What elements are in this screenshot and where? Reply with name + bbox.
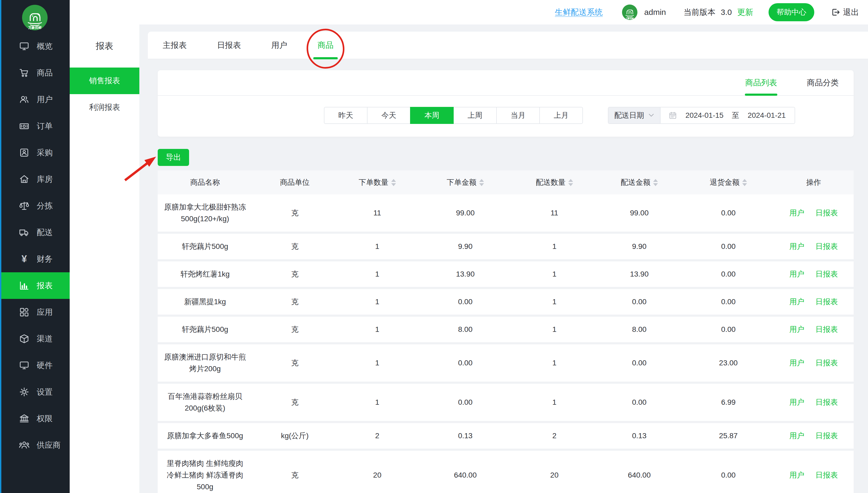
sidebar-item-overview[interactable]: 概览 [0, 33, 70, 60]
sidebar-item-suppliers[interactable]: 供应商 [0, 432, 70, 458]
cell-refund-amount: 0.00 [683, 207, 774, 219]
column-header-delivery-amount[interactable]: 配送金额 [595, 177, 683, 188]
end-date-input[interactable]: 2024-01-21 [747, 111, 787, 120]
row-action-daily-report[interactable]: 日报表 [815, 296, 838, 308]
row-action-user[interactable]: 用户 [789, 357, 804, 369]
sidebar-item-users[interactable]: 用户 [0, 86, 70, 113]
sidebar-item-warehouse[interactable]: 库房 [0, 166, 70, 193]
cell-order-qty: 1 [337, 241, 417, 252]
row-action-user[interactable]: 用户 [789, 241, 804, 252]
row-action-daily-report[interactable]: 日报表 [815, 268, 838, 280]
quick-range-this-month[interactable]: 当月 [496, 107, 540, 124]
cell-product-unit: 克 [252, 207, 337, 219]
column-label: 商品名称 [190, 177, 220, 188]
row-action-daily-report[interactable]: 日报表 [815, 241, 838, 252]
sidebar-item-sorting[interactable]: 分拣 [0, 193, 70, 219]
sidebar-item-label: 概览 [37, 41, 53, 52]
cell-actions: 用户日报表 [774, 268, 854, 280]
row-action-user[interactable]: 用户 [789, 430, 804, 442]
sidebar-item-hardware[interactable]: 硬件 [0, 352, 70, 379]
username-label[interactable]: admin [644, 8, 666, 17]
cell-order-amount: 99.00 [417, 207, 513, 219]
sidebar-item-delivery[interactable]: 配送 [0, 219, 70, 246]
column-header-product-unit: 商品单位 [252, 177, 337, 188]
tab-daily-report[interactable]: 日报表 [217, 31, 241, 59]
sort-icon[interactable] [653, 179, 658, 186]
submenu-item-sales-report[interactable]: 销售报表 [70, 67, 139, 94]
cell-refund-amount: 0.00 [683, 324, 774, 335]
sort-icon[interactable] [568, 179, 573, 186]
help-center-button[interactable]: 帮助中心 [768, 3, 814, 21]
sidebar-item-goods[interactable]: 商品 [0, 60, 70, 86]
row-action-user[interactable]: 用户 [789, 296, 804, 308]
filter-card: 商品列表商品分类 昨天今天本周上周当月上月 配送日期 2024-01-15 [158, 70, 854, 137]
system-name-link[interactable]: 生鲜配送系统 [555, 7, 603, 18]
logout-button[interactable]: 退出 [831, 7, 859, 18]
cell-delivery-amount: 8.00 [595, 324, 683, 335]
column-header-order-amount[interactable]: 下单金额 [417, 177, 513, 188]
quick-range-today[interactable]: 今天 [367, 107, 411, 124]
sidebar-item-permissions[interactable]: 权限 [0, 405, 70, 432]
date-range-picker: 配送日期 2024-01-15 至 2024-01-21 [608, 107, 795, 124]
row-action-daily-report[interactable]: 日报表 [815, 357, 838, 369]
table-row: 原膳加拿大北极甜虾熟冻500g(120+/kg)克1199.001199.000… [158, 194, 854, 232]
cell-delivery-amount: 0.00 [595, 296, 683, 308]
cell-product-unit: 克 [252, 324, 337, 335]
quick-range-yesterday[interactable]: 昨天 [324, 107, 368, 124]
row-action-daily-report[interactable]: 日报表 [815, 324, 838, 335]
submenu-item-profit-report[interactable]: 利润报表 [70, 94, 139, 121]
sort-icon[interactable] [391, 179, 396, 186]
update-link[interactable]: 更新 [737, 7, 753, 18]
column-header-delivery-qty[interactable]: 配送数量 [513, 177, 595, 188]
cell-delivery-qty: 1 [513, 296, 595, 308]
column-header-product-name: 商品名称 [158, 177, 252, 188]
version-label: 当前版本 [683, 7, 715, 18]
tab-goods-list[interactable]: 商品列表 [730, 70, 792, 95]
sidebar-item-settings[interactable]: 设置 [0, 379, 70, 405]
row-action-user[interactable]: 用户 [789, 207, 804, 219]
quick-range-last-week[interactable]: 上周 [453, 107, 497, 124]
column-label: 配送金额 [621, 177, 650, 188]
tab-goods[interactable]: 商品 [318, 31, 333, 59]
cell-delivery-qty: 1 [513, 324, 595, 335]
sidebar-item-orders[interactable]: 订单 [0, 113, 70, 140]
cell-order-qty: 1 [337, 268, 417, 280]
sidebar-item-channel[interactable]: 渠道 [0, 325, 70, 352]
row-action-user[interactable]: 用户 [789, 396, 804, 408]
table-row: 原膳加拿大多春鱼500gkg(公斤)20.1320.1325.87用户日报表 [158, 423, 854, 449]
date-type-select[interactable]: 配送日期 [608, 107, 660, 123]
tab-main-report[interactable]: 主报表 [163, 31, 187, 59]
row-action-daily-report[interactable]: 日报表 [815, 207, 838, 219]
row-action-user[interactable]: 用户 [789, 268, 804, 280]
row-action-daily-report[interactable]: 日报表 [815, 469, 838, 481]
quick-range-this-week[interactable]: 本周 [410, 107, 454, 124]
start-date-input[interactable]: 2024-01-15 [685, 111, 724, 120]
sidebar-item-apps[interactable]: 应用 [0, 299, 70, 325]
tab-label: 商品分类 [807, 78, 839, 88]
sidebar-item-finance[interactable]: ¥财务 [0, 246, 70, 272]
row-action-daily-report[interactable]: 日报表 [815, 430, 838, 442]
row-action-user[interactable]: 用户 [789, 469, 804, 481]
column-label: 退货金额 [710, 177, 740, 188]
quick-range-last-month[interactable]: 上月 [539, 107, 583, 124]
sort-icon[interactable] [479, 179, 484, 186]
cell-actions: 用户日报表 [774, 396, 854, 408]
column-header-order-qty[interactable]: 下单数量 [337, 177, 417, 188]
tab-users[interactable]: 用户 [271, 31, 287, 59]
column-header-refund-amount[interactable]: 退货金额 [683, 177, 774, 188]
cell-delivery-qty: 20 [513, 469, 595, 481]
sort-icon[interactable] [742, 179, 747, 186]
settings-icon [19, 386, 30, 398]
finance-icon: ¥ [19, 253, 30, 264]
row-action-daily-report[interactable]: 日报表 [815, 396, 838, 408]
tab-goods-category[interactable]: 商品分类 [792, 70, 854, 95]
row-action-user[interactable]: 用户 [789, 324, 804, 335]
sidebar-item-label: 设置 [37, 387, 53, 398]
cell-product-name: 轩尧藕片500g [158, 324, 252, 335]
export-button[interactable]: 导出 [158, 149, 189, 166]
sidebar-item-purchase[interactable]: 采购 [0, 140, 70, 166]
cell-refund-amount: 0.00 [683, 268, 774, 280]
column-label: 商品单位 [280, 177, 310, 188]
sidebar-item-reports[interactable]: 报表 [0, 272, 70, 299]
cell-order-amount: 0.13 [417, 430, 513, 442]
